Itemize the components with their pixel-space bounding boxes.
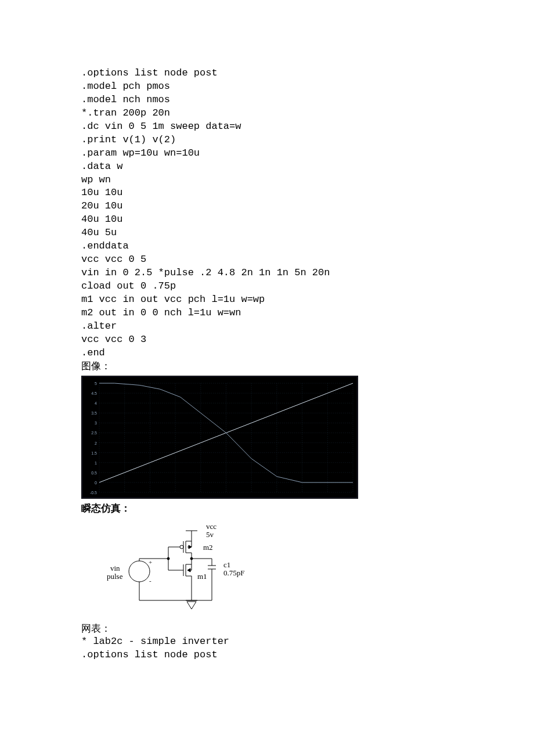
code-line: .enddata: [81, 240, 464, 253]
svg-marker-45: [189, 545, 192, 549]
svg-text:0.5: 0.5: [91, 470, 97, 474]
code-line: .options list node post: [81, 649, 464, 662]
svg-text:+: +: [149, 559, 152, 566]
svg-marker-62: [187, 602, 196, 609]
chart: -0.500.511.522.533.544.55: [81, 376, 464, 499]
svg-text:3: 3: [95, 421, 97, 425]
code-line: .data w: [81, 160, 464, 174]
circuit-label-c1val: 0.75pF: [223, 568, 244, 578]
svg-marker-52: [187, 568, 190, 572]
circuit-label-pulse: pulse: [107, 571, 122, 582]
code-line: .dc vin 0 5 1m sweep data=w: [81, 120, 464, 134]
svg-text:4.5: 4.5: [91, 391, 97, 395]
circuit-label-vccval: 5v: [206, 530, 214, 540]
svg-text:3.5: 3.5: [91, 411, 97, 415]
netlist-code-2: * lab2c - simple inverter .options list …: [81, 635, 464, 662]
code-line: 40u 10u: [81, 213, 464, 226]
code-line: vin in 0 2.5 *pulse .2 4.8 2n 1n 1n 5n 2…: [81, 267, 464, 280]
code-line: .alter: [81, 320, 464, 333]
document-page: .options list node post .model pch pmos …: [0, 0, 534, 697]
code-line: m1 vcc in out vcc pch l=1u w=wp: [81, 293, 464, 307]
label-netlist: 网表：: [81, 622, 464, 636]
circuit-schematic: + - vcc 5v m2 m1 c1 0.75pF vin pulse: [81, 519, 267, 618]
circuit-label-m2: m2: [203, 542, 213, 553]
label-image: 图像：: [81, 360, 464, 373]
code-line: vcc vcc 0 5: [81, 253, 464, 267]
code-line: 20u 10u: [81, 200, 464, 213]
svg-rect-35: [82, 376, 358, 498]
code-line: m2 out in 0 0 nch l=1u w=wn: [81, 307, 464, 320]
code-line: vcc vcc 0 3: [81, 333, 464, 347]
code-line: * lab2c - simple inverter: [81, 635, 464, 649]
svg-point-67: [129, 561, 150, 582]
code-line: *.tran 200p 20n: [81, 107, 464, 120]
circuit-label-m1: m1: [197, 571, 207, 582]
svg-text:4: 4: [95, 401, 97, 405]
code-line: 40u 5u: [81, 226, 464, 240]
code-line: .model nch nmos: [81, 93, 464, 107]
svg-text:2: 2: [95, 441, 97, 445]
code-line: wp wn: [81, 174, 464, 187]
netlist-code-1: .options list node post .model pch pmos …: [81, 67, 464, 360]
svg-text:1: 1: [95, 460, 97, 465]
code-line: 10u 10u: [81, 186, 464, 200]
label-transient: 瞬态仿真：: [81, 502, 464, 516]
svg-point-43: [180, 545, 183, 549]
code-line: cload out 0 .75p: [81, 280, 464, 293]
code-line: .end: [81, 347, 464, 360]
svg-text:-: -: [149, 577, 151, 584]
svg-text:5: 5: [95, 381, 97, 386]
code-line: .print v(1) v(2): [81, 134, 464, 147]
svg-text:0: 0: [95, 480, 97, 484]
svg-text:1.5: 1.5: [91, 451, 97, 455]
svg-text:2.5: 2.5: [91, 431, 97, 435]
chart-svg: -0.500.511.522.533.544.55: [81, 376, 358, 499]
svg-text:-0.5: -0.5: [90, 491, 97, 495]
code-line: .param wp=10u wn=10u: [81, 147, 464, 160]
code-line: .model pch pmos: [81, 80, 464, 93]
code-line: .options list node post: [81, 67, 464, 80]
